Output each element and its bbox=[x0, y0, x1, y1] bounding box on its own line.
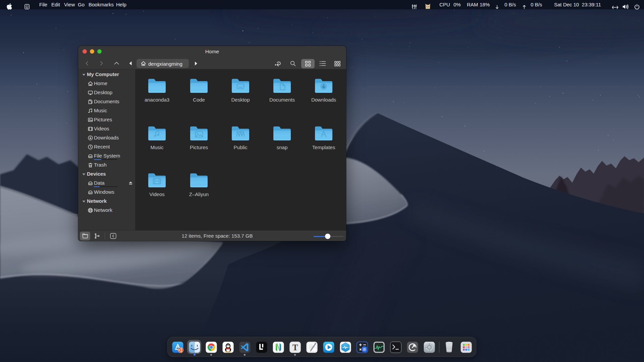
svg-text:T: T bbox=[292, 343, 298, 352]
